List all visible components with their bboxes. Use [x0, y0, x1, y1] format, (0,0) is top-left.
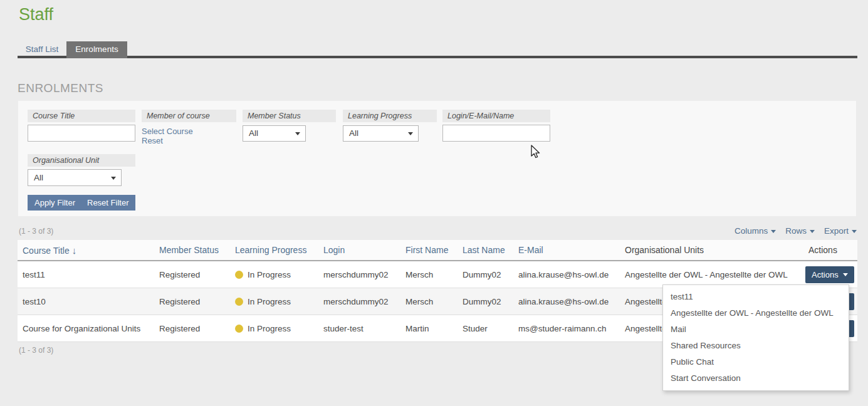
column-header-last-name[interactable]: Last Name: [458, 240, 513, 261]
pagination-bottom: (1 - 3 of 3): [19, 346, 53, 355]
cell-email: alina.krause@hs-owl.de: [513, 288, 620, 315]
table-header-row: Course Title↓ Member Status Learning Pro…: [18, 240, 857, 261]
chevron-down-icon: [843, 273, 848, 276]
menu-item-start-conversation[interactable]: Start Conversation: [663, 370, 849, 387]
organisational-unit-selected-value: All: [34, 173, 43, 182]
cell-last-name: Dummy02: [458, 261, 513, 288]
columns-dropdown[interactable]: Columns: [735, 226, 776, 236]
member-status-select[interactable]: All: [243, 125, 306, 142]
column-header-login[interactable]: Login: [318, 240, 400, 261]
actions-button-open[interactable]: Actions: [805, 266, 854, 283]
rows-dropdown[interactable]: Rows: [785, 226, 815, 236]
tabbar-underline: [18, 56, 857, 58]
sort-descending-icon: ↓: [72, 245, 77, 256]
learning-progress-text: In Progress: [248, 297, 291, 306]
menu-item-org-unit[interactable]: Angestellte der OWL - Angestellte der OW…: [663, 305, 849, 321]
table-row: test11 Registered In Progress merschdumm…: [18, 261, 857, 288]
learning-progress-filter-label: Learning Progress: [343, 110, 437, 122]
cell-learning-progress: In Progress: [230, 315, 318, 342]
apply-filter-button[interactable]: Apply Filter: [28, 195, 82, 211]
chevron-down-icon: [408, 132, 413, 135]
learning-progress-text: In Progress: [248, 324, 291, 333]
filter-panel: Course Title Member of course Select Cou…: [18, 100, 857, 217]
export-dropdown[interactable]: Export: [824, 226, 857, 236]
cell-first-name: Martin: [400, 315, 458, 342]
chevron-down-icon: [810, 230, 815, 233]
table-view-controls: Columns Rows Export: [735, 226, 857, 236]
menu-item-shared-resources[interactable]: Shared Resources: [663, 338, 849, 354]
learning-progress-select[interactable]: All: [343, 125, 419, 142]
select-course-link[interactable]: Select Course: [142, 127, 193, 136]
member-status-filter-label: Member Status: [243, 110, 336, 122]
chevron-down-icon: [111, 177, 116, 180]
login-email-name-input[interactable]: [442, 125, 550, 142]
pagination-top: (1 - 3 of 3): [19, 227, 53, 236]
in-progress-status-icon: [235, 271, 243, 279]
cell-login: merschdummy02: [318, 261, 400, 288]
cell-last-name: Studer: [458, 315, 513, 342]
actions-dropdown-menu: test11 Angestellte der OWL - Angestellte…: [662, 284, 849, 391]
columns-dropdown-label: Columns: [735, 226, 768, 236]
actions-button-label: Actions: [812, 270, 839, 279]
chevron-down-icon: [295, 132, 300, 135]
member-of-course-filter-label: Member of course: [142, 110, 236, 122]
chevron-down-icon: [852, 230, 857, 233]
cell-email: ms@studer-raimann.ch: [513, 315, 620, 342]
column-header-course-title[interactable]: Course Title↓: [18, 240, 154, 261]
course-title-filter-label: Course Title: [28, 110, 135, 122]
tab-staff-list[interactable]: Staff List: [18, 41, 66, 58]
cell-member-status: Registered: [154, 315, 230, 342]
rows-dropdown-label: Rows: [785, 226, 807, 236]
cell-first-name: Mersch: [400, 261, 458, 288]
chevron-down-icon: [771, 230, 776, 233]
section-heading: ENROLMENTS: [18, 81, 103, 95]
cell-course-title: Course for Organizational Units: [18, 315, 154, 342]
cell-login: merschdummy02: [318, 288, 400, 315]
cell-first-name: Mersch: [400, 288, 458, 315]
cell-course-title: test10: [18, 288, 154, 315]
page-title: Staff: [19, 5, 53, 24]
cell-course-title: test11: [18, 261, 154, 288]
column-header-learning-progress[interactable]: Learning Progress: [230, 240, 318, 261]
member-status-selected-value: All: [249, 128, 258, 138]
cell-learning-progress: In Progress: [230, 261, 318, 288]
cell-learning-progress: In Progress: [230, 288, 318, 315]
cell-login: studer-test: [318, 315, 400, 342]
menu-item-public-chat[interactable]: Public Chat: [663, 354, 849, 370]
column-header-first-name[interactable]: First Name: [400, 240, 458, 261]
column-header-member-status[interactable]: Member Status: [154, 240, 230, 261]
menu-item-mail[interactable]: Mail: [663, 321, 849, 338]
cell-member-status: Registered: [154, 261, 230, 288]
learning-progress-selected-value: All: [349, 128, 358, 138]
tab-enrolments[interactable]: Enrolments: [66, 41, 127, 58]
reset-filter-button[interactable]: Reset Filter: [80, 195, 135, 211]
column-header-label: Course Title: [23, 246, 70, 256]
cell-actions: Actions: [803, 261, 857, 288]
learning-progress-text: In Progress: [248, 270, 291, 279]
in-progress-status-icon: [235, 298, 243, 306]
reset-course-link[interactable]: Reset: [142, 136, 163, 145]
in-progress-status-icon: [235, 325, 243, 333]
column-header-email[interactable]: E-Mail: [513, 240, 620, 261]
course-title-input[interactable]: [28, 125, 135, 142]
cell-email: alina.krause@hs-owl.de: [513, 261, 620, 288]
export-dropdown-label: Export: [824, 226, 849, 236]
organisational-unit-select[interactable]: All: [28, 169, 122, 186]
login-email-name-filter-label: Login/E-Mail/Name: [442, 110, 550, 122]
column-header-actions: Actions: [803, 240, 857, 261]
cell-member-status: Registered: [154, 288, 230, 315]
organisational-unit-filter-label: Organisational Unit: [28, 154, 135, 167]
cell-org-units: Angestellte der OWL - Angestellte der OW…: [620, 261, 803, 288]
menu-item-course[interactable]: test11: [663, 289, 849, 305]
cell-last-name: Dummy02: [458, 288, 513, 315]
column-header-organisational-units: Organisational Units: [620, 240, 803, 261]
